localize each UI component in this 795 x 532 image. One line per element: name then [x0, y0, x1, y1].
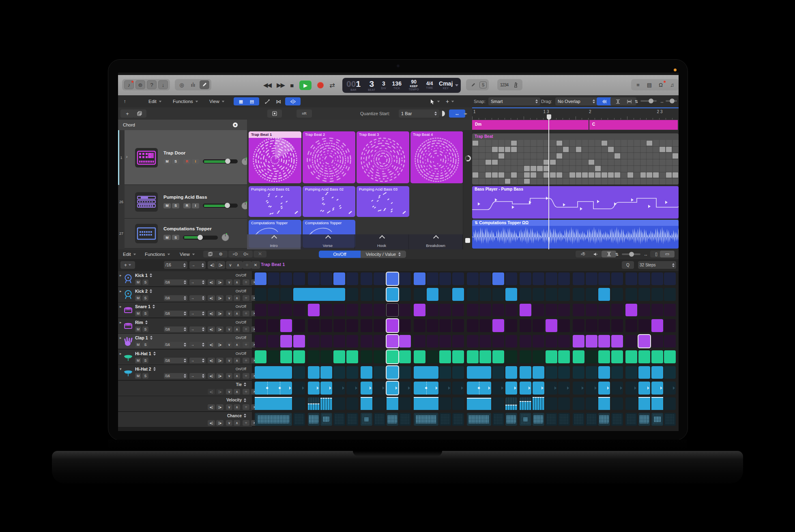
step-cell[interactable] — [374, 350, 385, 363]
step-cell[interactable] — [558, 382, 570, 395]
step-cell[interactable] — [520, 288, 531, 301]
step-cell[interactable] — [625, 335, 637, 348]
row-direction-dropdown[interactable]: → — [189, 342, 206, 348]
step-on[interactable] — [399, 335, 411, 348]
step-cell[interactable] — [611, 288, 623, 301]
row-solo-button[interactable]: S — [142, 326, 148, 332]
step-cell[interactable] — [374, 397, 385, 410]
rows-view-icon[interactable]: ▤ — [245, 97, 259, 105]
step-on[interactable] — [505, 366, 517, 379]
step-cell[interactable] — [268, 319, 279, 332]
subrow-decrement-button[interactable]: ∨ — [226, 404, 232, 410]
step-cell[interactable] — [427, 272, 438, 285]
step-cell[interactable] — [573, 304, 584, 317]
step-cell[interactable] — [546, 413, 557, 426]
expand-cells-icon[interactable]: ↔ — [449, 109, 465, 118]
step-on[interactable] — [308, 304, 320, 317]
step-on[interactable] — [452, 288, 464, 301]
step-cell[interactable] — [361, 335, 372, 348]
tie-cell[interactable] — [505, 382, 517, 395]
step-on[interactable] — [479, 350, 491, 363]
count-in-button[interactable]: 1234 — [499, 80, 509, 89]
step-cell[interactable] — [439, 319, 451, 332]
add-track-button[interactable]: + — [120, 109, 134, 118]
tie-cell[interactable]: ◆◆ — [255, 382, 292, 395]
step-cell[interactable] — [374, 319, 385, 332]
step-cell[interactable] — [558, 272, 570, 285]
step-cell[interactable] — [255, 304, 266, 317]
record-button[interactable] — [317, 82, 324, 88]
row-disclosure-icon[interactable]: ▸ — [120, 305, 122, 309]
solo-button[interactable]: S — [172, 159, 179, 164]
velocity-cell[interactable] — [505, 397, 517, 410]
step-cell[interactable] — [664, 288, 676, 301]
step-on[interactable] — [546, 350, 557, 363]
step-cell[interactable] — [558, 288, 570, 301]
step-on[interactable] — [255, 272, 266, 285]
edit-menu[interactable]: Edit — [148, 97, 162, 105]
step-cell[interactable] — [492, 335, 504, 348]
window-wide-icon[interactable]: ▭ — [660, 251, 675, 257]
smart-controls-icon[interactable]: ◎ — [177, 80, 187, 89]
step-cell[interactable] — [268, 304, 279, 317]
step-cell[interactable] — [255, 335, 266, 348]
row-mute-button[interactable]: M — [135, 326, 141, 332]
step-on[interactable] — [255, 366, 292, 379]
step-cell[interactable] — [505, 350, 517, 363]
step-cell[interactable] — [374, 335, 385, 348]
step-cell[interactable] — [293, 397, 305, 410]
step-cell[interactable] — [452, 335, 464, 348]
lcd-display[interactable]: 001 BAR 3 BEAT 3 DIV 136 TICK — [342, 78, 461, 93]
mixer-icon[interactable]: ıİı — [188, 80, 198, 89]
row-mute-button[interactable]: M — [135, 295, 141, 301]
rotate-right-icon[interactable]: ⊙‹ — [239, 251, 253, 257]
master-rate-dropdown[interactable]: /16 — [164, 261, 187, 269]
step-on[interactable] — [638, 335, 650, 348]
velocity-cell[interactable] — [467, 397, 491, 410]
row-increment-button[interactable]: ∧ — [234, 311, 240, 316]
tie-cell[interactable] — [308, 382, 320, 395]
track-header-trap-door[interactable]: ›Trap DoorMSRI — [125, 130, 247, 185]
step-cell[interactable] — [625, 382, 637, 395]
velocity-cell[interactable] — [533, 397, 544, 410]
chance-cell[interactable] — [651, 413, 663, 426]
tuner-pencil-icon[interactable] — [468, 80, 478, 89]
step-cell[interactable] — [611, 382, 623, 395]
step-cell[interactable] — [611, 397, 623, 410]
step-on[interactable] — [598, 335, 610, 348]
quantize-start-dropdown[interactable]: 1 Bar — [399, 109, 439, 118]
horizontal-zoom-slider[interactable] — [666, 100, 677, 102]
grid-cell-edit-icon[interactable] — [267, 109, 282, 118]
step-on[interactable] — [651, 350, 663, 363]
region-computations-topper[interactable]: ⇅ Computations Topper ΩΩ — [472, 220, 679, 249]
seq-vertical-zoom-slider[interactable] — [622, 253, 640, 255]
help-icon[interactable]: ? — [147, 80, 157, 89]
step-cell[interactable] — [346, 413, 358, 426]
tie-cell[interactable] — [361, 382, 372, 395]
step-cell[interactable] — [573, 319, 584, 332]
row-shift-right-button[interactable]: ▯▸ — [216, 373, 223, 379]
step-cell[interactable] — [361, 272, 372, 285]
step-cell[interactable] — [439, 304, 451, 317]
step-on[interactable] — [586, 335, 597, 348]
bowtie-tool-icon[interactable]: ⋈ — [271, 97, 286, 105]
step-cell[interactable] — [651, 335, 663, 348]
step-cell[interactable] — [399, 397, 411, 410]
step-cell[interactable] — [611, 319, 623, 332]
master-clear-button[interactable]: ✕ — [251, 261, 260, 269]
chance-cell[interactable] — [308, 413, 320, 426]
step-cell[interactable] — [452, 382, 464, 395]
step-cell[interactable] — [346, 397, 358, 410]
snap-dropdown[interactable]: Smart — [488, 97, 540, 105]
velocity-cell[interactable] — [638, 397, 650, 410]
step-on[interactable] — [598, 288, 610, 301]
step-on[interactable] — [280, 350, 292, 363]
step-cell[interactable] — [573, 382, 584, 395]
step-cell[interactable] — [638, 304, 650, 317]
seq-row-header-rim[interactable]: ▸RimOn/OffMS/16→◂▯▯▸∨∧⁘✕ — [118, 318, 252, 334]
scene-play-chevron-icon[interactable] — [379, 235, 385, 241]
step-cell[interactable] — [533, 272, 544, 285]
row-randomize-dice-icon[interactable]: ⁘ — [243, 295, 249, 301]
step-cell[interactable] — [492, 397, 504, 410]
tie-cell[interactable] — [320, 382, 332, 395]
